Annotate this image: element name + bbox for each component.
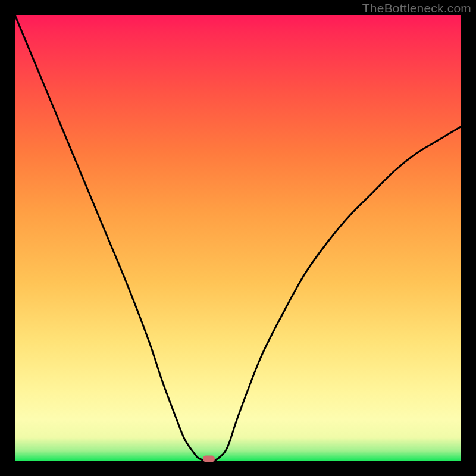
plot-area: [15, 15, 461, 461]
chart-frame: TheBottleneck.com: [0, 0, 476, 476]
bottleneck-curve: [15, 15, 461, 461]
optimal-marker: [203, 456, 215, 462]
watermark-text: TheBottleneck.com: [362, 1, 471, 15]
